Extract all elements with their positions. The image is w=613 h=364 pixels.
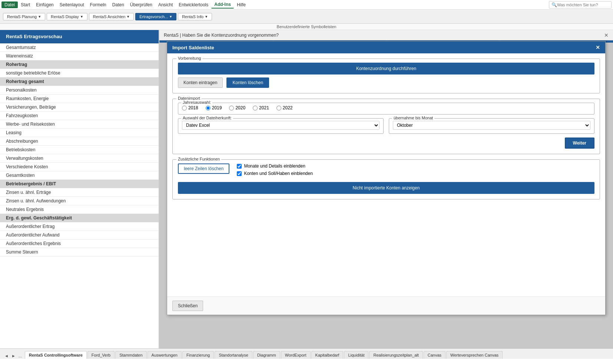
search-input[interactable] [557, 3, 609, 7]
dialog-body: Vorbereitung Kontenzuordnung durchführen… [167, 53, 605, 297]
dialog-title-bar: Import Saldenliste ✕ [167, 42, 605, 53]
chevron-down-icon: ▼ [126, 15, 130, 19]
ribbon-rentas-ansichten[interactable]: RentaS Ansichten ▼ [89, 13, 134, 20]
sheet-nav-next[interactable]: ► [10, 353, 17, 359]
sheet-tab[interactable]: Canvas [424, 351, 445, 359]
sheet-tab[interactable]: Stammdaten [115, 351, 146, 359]
ribbon-rentas-planung[interactable]: RentaS Planung ▼ [3, 13, 45, 20]
konten-loeschen-button[interactable]: Konten löschen [226, 77, 269, 88]
menu-formeln[interactable]: Formeln [87, 1, 109, 8]
checkbox-monate-input[interactable] [237, 164, 242, 169]
dialog-close-button[interactable]: ✕ [596, 44, 600, 50]
sheet-header: RentaS Ertragsvorschau [0, 30, 159, 43]
year-radio-item: 2021 [253, 105, 269, 110]
sheet-nav-prev[interactable]: ◄ [3, 353, 10, 359]
menu-start[interactable]: Start [18, 1, 33, 8]
year-radio-item: 2019 [206, 105, 222, 110]
select-row: Auswahl der Dateiherkunft: Datev ExcelDA… [178, 118, 594, 134]
sheet-tab[interactable]: Kapitalbedarf [311, 351, 344, 359]
vorbereitung-btn-row: Konten eintragen Konten löschen [178, 77, 594, 88]
monat-select[interactable]: JanuarFebruarMärzAprilMaiJuniJuliAugustS… [393, 121, 590, 130]
popup-header: RentaS | Haben Sie die Kontenzuordnung v… [159, 30, 613, 40]
datenimport-inner: Jahresauswahl: 20182019202020212022 Ausw… [178, 103, 594, 149]
sheet-tab[interactable]: Realisierungszeitplan_alt [369, 351, 423, 359]
nicht-importiert-row: Nicht importierte Konten anzeigen [178, 182, 594, 194]
sheet-tab[interactable]: WordExport [281, 351, 311, 359]
sheet-row: Neutrales Ergebnis [0, 205, 159, 214]
sheet-tabs: ◄ ► ... RentaS ControllingsoftwareFord_V… [0, 348, 613, 359]
konten-eintragen-button[interactable]: Konten eintragen [178, 77, 223, 88]
sheet-rows: GesamtumsatzWareneinsatzRohertragsonstig… [0, 43, 159, 257]
ribbon-rentas-display[interactable]: RentaS Display ▼ [47, 13, 87, 20]
year-radio-2019[interactable] [206, 106, 211, 110]
year-radio-2020[interactable] [229, 106, 234, 110]
menu-entwicklertools[interactable]: Entwicklertools [176, 1, 211, 8]
chevron-down-icon: ▼ [205, 15, 208, 19]
popup-title: RentaS | Haben Sie die Kontenzuordnung v… [164, 33, 279, 38]
kontenzuordnung-button[interactable]: Kontenzuordnung durchführen [178, 63, 594, 75]
sheet-tab[interactable]: Finanzierung [182, 351, 214, 359]
menu-ueberpruefen[interactable]: Überprüfen [127, 1, 155, 8]
menu-addins[interactable]: Add-Ins [211, 1, 234, 9]
vorbereitung-legend: Vorbereitung [176, 56, 202, 60]
sheet-nav-more[interactable]: ... [17, 353, 23, 359]
sheet-tab[interactable]: RentaS Controllingsoftware [25, 351, 87, 359]
year-radio-2022[interactable] [276, 106, 281, 110]
menu-hilfe[interactable]: Hilfe [234, 1, 249, 8]
sheet-row: Wareneinsatz [0, 52, 159, 60]
year-radio-2018[interactable] [182, 106, 187, 110]
menu-datei[interactable]: Datei [1, 1, 18, 8]
menu-seitenlayout[interactable]: Seitenlayout [57, 1, 87, 8]
dateiherkunft-select[interactable]: Datev ExcelDATEVLexwareAndere [182, 121, 380, 130]
sheet-tab[interactable]: Werteversprechen Canvas [446, 351, 503, 359]
sheet-row: Erg. d. gewl. Geschäftstätigkeit [0, 214, 159, 222]
sheet-tab[interactable]: Liquidität [344, 351, 368, 359]
schliessen-button[interactable]: Schließen [172, 301, 203, 311]
chevron-down-icon: ▼ [38, 15, 41, 19]
sheet-row: Werbe- und Reisekosten [0, 120, 159, 129]
checkbox-monate-label: Monate und Details einblenden [244, 163, 305, 169]
sheet-row: Summe Steuern [0, 248, 159, 257]
dialog-title-text: Import Saldenliste [172, 45, 214, 50]
import-dialog: Import Saldenliste ✕ Vorbereitung Konten… [167, 41, 606, 315]
year-radio-item: 2022 [276, 105, 293, 110]
jahresauswahl-legend: Jahresauswahl: [181, 100, 212, 105]
year-radio-item: 2018 [182, 105, 198, 110]
chevron-down-icon: ▼ [169, 15, 172, 19]
sheet-row: Leasing [0, 129, 159, 137]
ribbon-ertragsvorschau[interactable]: Ertragsvorsch... ▼ [135, 13, 176, 20]
weiter-button[interactable]: Weiter [565, 138, 594, 149]
ribbon-group-1: RentaS Planung ▼ RentaS Display ▼ RentaS… [3, 13, 212, 20]
sheet-row: Betriebsergebnis / EBIT [0, 180, 159, 188]
popup-close-button[interactable]: ✕ [604, 32, 609, 38]
sheet-row: Versicherungen, Beiträge [0, 103, 159, 112]
menu-einfuegen[interactable]: Einfügen [33, 1, 56, 8]
year-label: 2021 [259, 105, 269, 110]
sheet-row: Gesamtumsatz [0, 43, 159, 52]
search-box[interactable]: 🔍 [549, 1, 612, 9]
sheet-row: Gesamtkosten [0, 171, 159, 180]
sheet-tab[interactable]: Standortanalyse [215, 351, 252, 359]
year-radio-2021[interactable] [253, 106, 258, 110]
sheet-tab[interactable]: Auswertungen [148, 351, 182, 359]
menu-ansicht[interactable]: Ansicht [155, 1, 176, 8]
vorbereitung-group: Vorbereitung Kontenzuordnung durchführen… [172, 59, 600, 93]
ribbon-rentas-info[interactable]: RentaS Info ▼ [178, 13, 212, 20]
checkbox-konten-label: Konten und Soll/Haben einblenden [244, 171, 312, 176]
menu-daten[interactable]: Daten [109, 1, 127, 8]
year-label: 2022 [283, 105, 293, 110]
sheet-row: Rohertrag gesamt [0, 77, 159, 86]
sheet-row: Verwaltungskosten [0, 154, 159, 163]
year-label: 2018 [188, 105, 198, 110]
sheet-row: Außerordentlicher Aufwand [0, 231, 159, 239]
checkbox-konten-input[interactable] [237, 171, 242, 176]
year-radio-group: 20182019202020212022 [182, 105, 590, 110]
zusatz-group: Zusätzliche Funktionen leere Zeilen lösc… [172, 159, 600, 199]
sheet-tab[interactable]: Diagramm [253, 351, 280, 359]
leere-zeilen-button[interactable]: leere Zeilen löschen [178, 163, 229, 174]
uebernahme-group: übernahme bis Monat JanuarFebruarMärzApr… [389, 118, 594, 134]
tabs-container: RentaS ControllingsoftwareFord_VerbStamm… [25, 351, 503, 359]
nicht-importiert-button[interactable]: Nicht importierte Konten anzeigen [178, 182, 594, 194]
dialog-footer: Schließen [167, 297, 605, 315]
sheet-tab[interactable]: Ford_Verb [87, 351, 115, 359]
